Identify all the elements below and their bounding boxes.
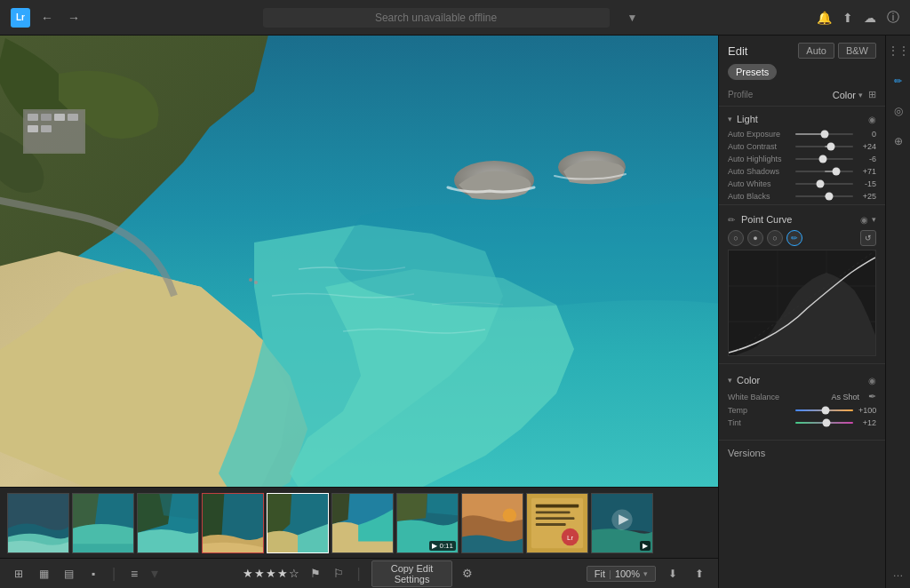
forward-button[interactable]: → [64,8,84,28]
photo-viewer [0,36,718,487]
svg-rect-15 [73,544,133,552]
filmstrip-thumb-9-textcard[interactable]: Lr [526,493,588,553]
sort-btn[interactable]: ≡ [124,564,144,584]
slider-exposure-track[interactable] [795,133,853,135]
filmstrip: ▶ 0:11 [0,487,718,558]
panel-icon-more[interactable]: … [889,563,908,583]
panel-icon-heal[interactable]: ⊕ [889,131,908,151]
slider-shadows-value: +71 [858,167,876,176]
slider-shadows-track[interactable] [795,171,853,172]
filmstrip-thumb-8[interactable] [461,493,523,553]
svg-rect-8 [68,114,78,121]
slider-whites-thumb[interactable] [816,180,824,188]
panel-icon-radial[interactable]: ◎ [889,101,908,121]
curve-tool-linear[interactable]: ○ [728,230,744,246]
slider-whites-track[interactable] [795,183,853,185]
top-bar-right: 🔔 ⬆ ☁ ⓘ [817,10,899,26]
curve-tool-target[interactable]: ○ [767,230,783,246]
slider-contrast: Auto Contrast +24 [719,140,885,153]
top-bar-left: Lr ← → [11,8,84,28]
auto-btn[interactable]: Auto [798,43,834,59]
share-photo-btn[interactable]: ⬆ [690,564,709,584]
grid-view-btn[interactable]: ⊞ [9,564,28,584]
star-rating[interactable]: ★★★★☆ [243,567,300,580]
info-view-btn[interactable]: ▪ [84,564,103,584]
slider-temp-track[interactable] [795,409,853,411]
edit-mode-buttons: Auto B&W [798,43,876,59]
settings-gear-btn[interactable]: ⚙ [459,564,475,584]
profile-value[interactable]: Color ▾ [833,90,863,100]
cloud-icon[interactable]: ☁ [864,11,876,25]
svg-rect-28 [536,523,566,526]
white-balance-label: White Balance [728,393,790,401]
curve-canvas[interactable] [728,250,876,356]
upload-icon[interactable]: ⬆ [842,11,853,25]
slider-temp-label: Temp [728,406,790,415]
flag-btn[interactable]: ⚑ [307,564,323,584]
profile-grid-icon[interactable]: ⊞ [868,89,876,100]
search-input[interactable] [263,8,610,28]
filmstrip-thumb-3[interactable] [137,493,199,553]
slider-tint-value: +12 [858,418,876,427]
color-section-header[interactable]: ▾ Color ◉ [719,369,885,389]
filmstrip-thumb-6[interactable] [331,493,394,553]
right-edit-panel: Edit Auto B&W Presets Profile Color [718,36,885,588]
export-btn[interactable]: ⬇ [663,564,682,584]
filmstrip-thumb-5-active[interactable] [267,493,329,553]
fit-zoom-btn[interactable]: Fit | 100% ▾ [587,566,656,582]
divider-4 [719,440,885,441]
lr-logo: Lr [11,8,30,28]
slider-tint-track[interactable] [795,422,853,424]
panel-icon-edit[interactable]: ✏ [889,71,908,91]
info-icon[interactable]: ⓘ [887,10,899,26]
back-button[interactable]: ← [37,8,57,28]
slider-blacks: Auto Blacks +25 [719,190,885,203]
svg-rect-7 [54,114,65,121]
thumb-video-badge-10: ▶ [640,541,651,551]
slider-blacks-track[interactable] [795,195,853,197]
slider-blacks-label: Auto Blacks [728,192,790,201]
slider-shadows-label: Auto Shadows [728,167,790,176]
light-section-header[interactable]: ▾ Light ◉ [719,108,885,128]
eyedropper-icon[interactable]: ✒ [868,391,876,402]
filmstrip-thumb-1[interactable] [7,493,69,553]
slider-tint-thumb[interactable] [823,419,831,427]
slider-contrast-thumb[interactable] [827,143,835,151]
color-eye-icon[interactable]: ◉ [868,376,876,385]
filmstrip-thumb-4[interactable] [202,493,264,553]
copy-edit-settings-btn[interactable]: Copy Edit Settings [371,560,453,587]
filter-icon[interactable]: ▼ [627,12,638,24]
bw-btn[interactable]: B&W [838,43,876,59]
detail-view-btn[interactable]: ▤ [59,564,78,584]
presets-tab[interactable]: Presets [728,64,777,80]
slider-tint-label: Tint [728,418,790,427]
curve-tool-reset[interactable]: ↺ [860,230,876,246]
slider-shadows: Auto Shadows +71 [719,165,885,178]
slider-highlights-thumb[interactable] [818,155,826,163]
unflag-btn[interactable]: ⚐ [331,564,347,584]
curve-tool-pen[interactable]: ✏ [786,230,802,246]
filmstrip-thumb-10-video[interactable]: ▶ [591,493,653,553]
slider-exposure-thumb[interactable] [820,131,828,139]
filmstrip-thumb-2[interactable] [72,493,134,553]
edit-header: Edit Auto B&W [719,36,885,64]
curve-eye-icon[interactable]: ◉ [860,215,868,225]
slider-contrast-track[interactable] [795,146,853,147]
curve-tool-circle[interactable]: ● [747,230,763,246]
filmstrip-thumb-7-video[interactable]: ▶ 0:11 [396,493,459,553]
slider-shadows-thumb[interactable] [833,168,841,176]
panel-icon-sliders[interactable]: ⋮⋮ [889,41,908,60]
curve-chevron[interactable]: ▾ [872,215,876,224]
right-tool-icons: ⋮⋮ ✏ ◎ ⊕ … [885,36,910,588]
compare-view-btn[interactable]: ▦ [34,564,53,584]
curve-tools: ○ ● ○ ✏ ↺ [719,228,885,248]
slider-highlights-track[interactable] [795,158,853,160]
light-eye-icon[interactable]: ◉ [868,115,876,124]
edit-tabs: Presets [719,64,885,85]
right-panel-wrapper: Edit Auto B&W Presets Profile Color [718,36,910,588]
profile-row: Profile Color ▾ ⊞ [719,85,885,104]
slider-temp-thumb[interactable] [821,407,829,415]
divider-2 [719,204,885,205]
bell-icon[interactable]: 🔔 [817,11,832,25]
slider-blacks-thumb[interactable] [825,193,833,201]
